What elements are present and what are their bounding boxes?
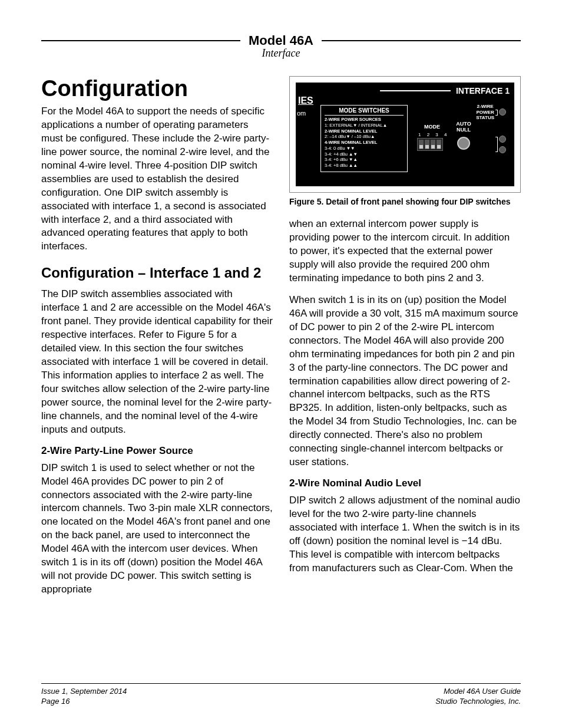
body-paragraph: The DIP switch assemblies associated wit…: [41, 288, 273, 436]
mode-box-title: MODE SWITCHES: [325, 107, 404, 116]
dip-switch-icon: [425, 140, 429, 149]
mode-switches-box: MODE SWITCHES 2-WIRE POWER SOURCES 1: EX…: [320, 105, 408, 172]
header-rule-left: [41, 40, 240, 41]
bracket-icon: [495, 110, 498, 116]
body-paragraph: DIP switch 1 is used to select whether o…: [41, 462, 273, 597]
mode-line: 2: –14 dBu▼ / –10 dBu▲: [325, 134, 404, 140]
auto-null-label: AUTO NULL: [455, 121, 472, 133]
page-footer: Issue 1, September 2014 Page 16 Model 46…: [41, 683, 521, 707]
figure-5: INTERFACE 1 IES om MODE SWITCHES 2-WIRE …: [289, 76, 521, 193]
footer-issue: Issue 1, September 2014: [41, 686, 127, 697]
mode-line: 3-4: +8 dBu ▲▲: [325, 163, 404, 169]
header-subtitle: Interface: [41, 47, 521, 60]
dip-numbers: 1 2 3 4: [418, 132, 449, 137]
mode-line: 3-4: +4 dBu ▲▼: [325, 151, 404, 157]
auto-null-button-icon: [457, 137, 470, 150]
body-paragraph: when an external intercom power supply i…: [289, 218, 521, 285]
header-rule-right: [322, 40, 521, 41]
subheading-nominal-level: 2-Wire Nominal Audio Level: [289, 477, 521, 489]
subheading-power-source: 2-Wire Party-Line Power Source: [41, 445, 273, 457]
footer-left: Issue 1, September 2014 Page 16: [41, 686, 127, 707]
interface-label: INTERFACE 1: [456, 86, 510, 95]
header-title: Model 46A: [245, 33, 317, 48]
body-paragraph: DIP switch 2 allows adjustment of the no…: [289, 494, 521, 575]
left-column: Configuration For the Model 46A to suppo…: [41, 76, 273, 605]
footer-right: Model 46A User Guide Studio Technologies…: [435, 686, 521, 707]
right-column: INTERFACE 1 IES om MODE SWITCHES 2-WIRE …: [289, 76, 521, 605]
content-columns: Configuration For the Model 46A to suppo…: [41, 76, 521, 605]
footer-page: Page 16: [41, 696, 127, 707]
body-paragraph: When switch 1 is in its on (up) position…: [289, 294, 521, 469]
wire-power-status-label: 2-WIRE POWER STATUS: [476, 104, 494, 121]
dip-switch-icon: [437, 140, 441, 149]
mode-label: MODE: [424, 124, 440, 130]
footer-company: Studio Technologies, Inc.: [435, 696, 521, 707]
front-panel-diagram: INTERFACE 1 IES om MODE SWITCHES 2-WIRE …: [296, 83, 514, 186]
led-icon: [499, 108, 506, 116]
footer-guide: Model 46A User Guide: [435, 686, 521, 697]
section-heading: Configuration: [41, 76, 273, 101]
subsection-heading: Configuration – Interface 1 and 2: [41, 264, 273, 282]
interface-line: [380, 90, 451, 91]
intro-paragraph: For the Model 46A to support the needs o…: [41, 105, 273, 253]
mode-line: 3-4: 0 dBu ▼▼: [325, 146, 404, 151]
mode-line: 4-WIRE NOMINAL LEVEL: [325, 140, 404, 146]
dip-switch-icon: [419, 140, 424, 149]
dip-switch-bank: [417, 138, 443, 151]
om-text: om: [297, 110, 306, 117]
ies-text: IES: [298, 95, 313, 106]
mode-line: 2-WIRE NOMINAL LEVEL: [325, 129, 404, 134]
dip-switch-icon: [431, 140, 435, 149]
figure-caption: Figure 5. Detail of front panel showing …: [289, 196, 521, 207]
page-header: Model 46A Interface: [41, 33, 521, 60]
led-icon: [499, 136, 506, 143]
led-icon: [499, 146, 506, 153]
mode-line: 2-WIRE POWER SOURCES: [325, 117, 404, 123]
mode-line: 3-4: +6 dBu ▼▲: [325, 157, 404, 163]
mode-line: 1: EXTERNAL▼ / INTERNAL▲: [325, 123, 404, 129]
bracket-icon: [495, 137, 498, 152]
